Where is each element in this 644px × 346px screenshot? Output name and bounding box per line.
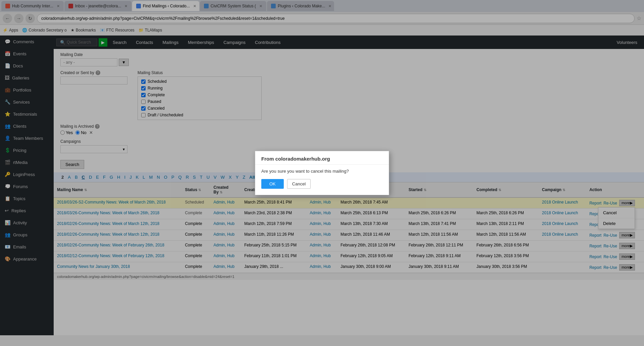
dialog: From coloradomakerhub.org Are you sure y… [255, 151, 389, 195]
dialog-message: Are you sure you want to cancel this mai… [261, 169, 383, 174]
dialog-title: From coloradomakerhub.org [255, 151, 389, 165]
dialog-cancel-button[interactable]: Cancel [287, 179, 311, 189]
dialog-ok-button[interactable]: OK [261, 179, 284, 189]
dialog-buttons: OK Cancel [261, 179, 383, 189]
dialog-overlay[interactable]: From coloradomakerhub.org Are you sure y… [0, 0, 644, 335]
dialog-body: Are you sure you want to cancel this mai… [255, 165, 389, 195]
